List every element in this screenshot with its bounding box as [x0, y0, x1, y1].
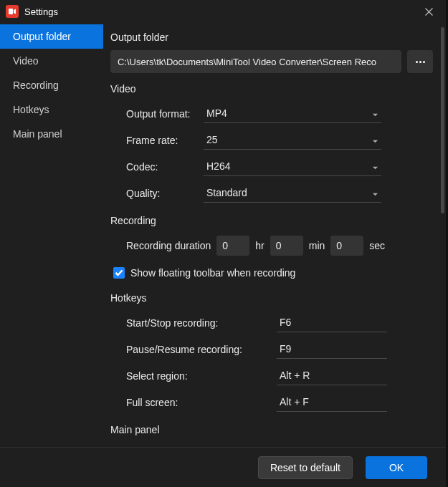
hotkey-region-input[interactable]: Alt + R: [277, 367, 387, 385]
quality-select[interactable]: Standard: [204, 184, 381, 203]
hours-unit: hr: [255, 240, 264, 251]
quality-label: Quality:: [126, 188, 204, 199]
app-icon: [6, 5, 19, 18]
frame-rate-value: 25: [206, 134, 218, 145]
reset-button[interactable]: Reset to default: [258, 456, 353, 479]
browse-button[interactable]: [407, 50, 433, 73]
sidebar: Output folder Video Recording Hotkeys Ma…: [0, 23, 103, 447]
sidebar-item-video[interactable]: Video: [0, 49, 103, 73]
chevron-down-icon: [372, 109, 378, 120]
frame-rate-select[interactable]: 25: [204, 131, 381, 150]
sidebar-item-label: Recording: [13, 79, 59, 91]
footer: Reset to default OK: [0, 447, 446, 487]
quality-value: Standard: [206, 187, 247, 198]
frame-rate-label: Frame rate:: [126, 135, 204, 146]
ellipsis-icon: [416, 61, 418, 63]
chevron-down-icon: [372, 188, 378, 200]
hotkey-start-input[interactable]: F6: [277, 314, 387, 332]
duration-minutes-input[interactable]: [270, 236, 303, 256]
sidebar-item-label: Hotkeys: [13, 104, 49, 115]
output-folder-heading: Output folder: [110, 32, 433, 43]
codec-value: H264: [206, 160, 230, 172]
sidebar-item-main-panel[interactable]: Main panel: [0, 122, 103, 146]
main-panel-heading: Main panel: [110, 424, 433, 435]
video-heading: Video: [110, 83, 433, 95]
hotkeys-heading: Hotkeys: [110, 292, 433, 304]
hotkey-pause-label: Pause/Resume recording:: [126, 344, 277, 355]
hotkey-start-label: Start/Stop recording:: [126, 317, 277, 329]
chevron-down-icon: [372, 162, 378, 173]
close-button[interactable]: [414, 1, 443, 22]
duration-hours-input[interactable]: [216, 236, 249, 256]
show-floating-toolbar-label: Show floating toolbar when recording: [130, 267, 295, 279]
settings-content: Output folder Video Output format: MP4: [103, 23, 446, 447]
output-format-value: MP4: [206, 107, 227, 119]
seconds-unit: sec: [369, 240, 385, 251]
content-scrollbar[interactable]: [441, 27, 444, 213]
output-path-input[interactable]: [110, 50, 401, 73]
sidebar-item-output-folder[interactable]: Output folder: [0, 24, 103, 49]
chevron-down-icon: [372, 135, 378, 147]
svg-rect-0: [9, 9, 13, 14]
titlebar: Settings: [0, 0, 446, 23]
close-icon: [425, 8, 433, 16]
hotkey-pause-input[interactable]: F9: [277, 340, 387, 359]
window-title: Settings: [24, 6, 414, 17]
show-floating-toolbar-checkbox[interactable]: [113, 267, 125, 279]
minutes-unit: min: [309, 240, 325, 251]
hotkey-fullscreen-label: Full screen:: [126, 397, 277, 408]
hotkey-fullscreen-input[interactable]: Alt + F: [277, 393, 387, 412]
ok-button[interactable]: OK: [366, 456, 427, 479]
sidebar-item-recording[interactable]: Recording: [0, 73, 103, 97]
recording-heading: Recording: [110, 215, 433, 226]
check-icon: [115, 269, 123, 276]
hotkey-region-label: Select region:: [126, 370, 277, 382]
sidebar-item-label: Main panel: [13, 128, 62, 140]
codec-select[interactable]: H264: [204, 158, 381, 176]
sidebar-item-label: Video: [13, 55, 39, 67]
output-format-label: Output format:: [126, 108, 204, 120]
output-format-select[interactable]: MP4: [204, 105, 381, 123]
sidebar-item-label: Output folder: [13, 31, 71, 42]
sidebar-item-hotkeys[interactable]: Hotkeys: [0, 97, 103, 122]
settings-window: Settings Output folder Video Recording H…: [0, 0, 446, 487]
codec-label: Codec:: [126, 161, 204, 173]
duration-seconds-input[interactable]: [330, 236, 363, 256]
recording-duration-label: Recording duration: [126, 240, 211, 251]
